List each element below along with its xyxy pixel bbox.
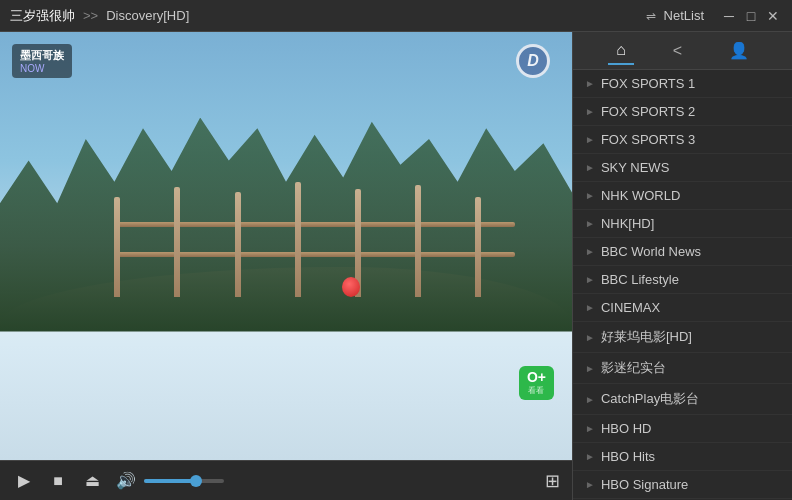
channel-name: HBO Signature [601, 477, 784, 492]
fence-post-4 [295, 182, 301, 297]
app-name: 三岁强很帅 [10, 7, 75, 25]
channel-item[interactable]: ►HBO Signature [573, 471, 792, 499]
close-button[interactable]: ✕ [764, 7, 782, 25]
channel-arrow: ► [585, 190, 595, 201]
volume-fill [144, 479, 196, 483]
channel-item[interactable]: ►FOX SPORTS 1 [573, 70, 792, 98]
channel-name: 好莱坞电影[HD] [601, 328, 784, 346]
sidebar: ⌂ < 👤 ►FOX SPORTS 1►FOX SPORTS 2►FOX SPO… [572, 32, 792, 500]
channel-item[interactable]: ►HBO HD [573, 415, 792, 443]
title-separator: >> [83, 8, 98, 23]
channel-name: BBC World News [601, 244, 784, 259]
channel-arrow: ► [585, 106, 595, 117]
fence-post-7 [475, 197, 481, 297]
channel-item[interactable]: ►HBO Hits [573, 443, 792, 471]
fence-post-1 [114, 197, 120, 297]
netlist-label: NetList [664, 8, 704, 23]
volume-icon[interactable]: 🔊 [114, 469, 138, 493]
fence [114, 177, 514, 297]
channel-name: FOX SPORTS 3 [601, 132, 784, 147]
channel-name: HBO HD [601, 421, 784, 436]
sidebar-tab-user[interactable]: 👤 [721, 37, 757, 64]
channel-item[interactable]: ►NHK[HD] [573, 210, 792, 238]
title-channel: Discovery[HD] [106, 8, 189, 23]
channel-item[interactable]: ►BBC Lifestyle [573, 266, 792, 294]
title-bar: 三岁强很帅 >> Discovery[HD] ⇌ NetList ─ □ ✕ [0, 0, 792, 32]
title-left: 三岁强很帅 >> Discovery[HD] [10, 7, 646, 25]
channel-arrow: ► [585, 246, 595, 257]
eject-button[interactable]: ⏏ [80, 469, 104, 493]
channel-item[interactable]: ►影迷纪实台 [573, 353, 792, 384]
netlist-icon: ⇌ [646, 9, 656, 23]
channel-name: CatchPlay电影台 [601, 390, 784, 408]
main-content: 墨西哥族 NOW D O+ 看看 ▶ ■ ⏏ 🔊 [0, 32, 792, 500]
oplus-text: O+ [527, 370, 546, 384]
volume-control: 🔊 [114, 469, 224, 493]
grid-button[interactable]: ⊞ [545, 470, 560, 492]
volume-slider[interactable] [144, 479, 224, 483]
channel-item[interactable]: ►BBC World News [573, 238, 792, 266]
channel-name: FOX SPORTS 2 [601, 104, 784, 119]
channel-item[interactable]: ►好莱坞电影[HD] [573, 322, 792, 353]
channel-arrow: ► [585, 302, 595, 313]
channel-item[interactable]: ►NHK WORLD [573, 182, 792, 210]
channel-name: NHK WORLD [601, 188, 784, 203]
channel-item[interactable]: ►CINEMAX [573, 294, 792, 322]
channel-arrow: ► [585, 394, 595, 405]
sidebar-tab-home[interactable]: ⌂ [608, 37, 634, 65]
channel-arrow: ► [585, 218, 595, 229]
channel-name: HBO Hits [601, 449, 784, 464]
channel-arrow: ► [585, 363, 595, 374]
channel-item[interactable]: ►FOX SPORTS 2 [573, 98, 792, 126]
channel-badge: 墨西哥族 NOW [12, 44, 72, 78]
channel-arrow: ► [585, 479, 595, 490]
channel-name: 影迷纪实台 [601, 359, 784, 377]
channel-arrow: ► [585, 423, 595, 434]
channel-name: SKY NEWS [601, 160, 784, 175]
video-panel: 墨西哥族 NOW D O+ 看看 ▶ ■ ⏏ 🔊 [0, 32, 572, 500]
volume-thumb [190, 475, 202, 487]
oplus-sub: 看看 [528, 385, 544, 396]
fence-post-2 [174, 187, 180, 297]
discovery-d: D [527, 52, 539, 70]
channel-item[interactable]: ►FOX SPORTS 3 [573, 126, 792, 154]
discovery-circle: D [516, 44, 550, 78]
channel-list: ►FOX SPORTS 1►FOX SPORTS 2►FOX SPORTS 3►… [573, 70, 792, 500]
channel-arrow: ► [585, 134, 595, 145]
channel-name: CINEMAX [601, 300, 784, 315]
sidebar-tabs: ⌂ < 👤 [573, 32, 792, 70]
channel-name: BBC Lifestyle [601, 272, 784, 287]
channel-arrow: ► [585, 332, 595, 343]
channel-item[interactable]: ►SKY NEWS [573, 154, 792, 182]
fence-post-3 [235, 192, 241, 297]
video-area[interactable]: 墨西哥族 NOW D O+ 看看 [0, 32, 572, 460]
control-bar: ▶ ■ ⏏ 🔊 ⊞ [0, 460, 572, 500]
channel-badge-title: 墨西哥族 [20, 48, 64, 63]
channel-name: NHK[HD] [601, 216, 784, 231]
fence-post-6 [415, 185, 421, 297]
channel-arrow: ► [585, 162, 595, 173]
title-right: ⇌ NetList ─ □ ✕ [646, 7, 782, 25]
stop-button[interactable]: ■ [46, 469, 70, 493]
channel-name: FOX SPORTS 1 [601, 76, 784, 91]
channel-item[interactable]: ►CatchPlay电影台 [573, 384, 792, 415]
channel-badge-now: NOW [20, 63, 64, 74]
channel-arrow: ► [585, 451, 595, 462]
discovery-logo: D [516, 44, 552, 80]
sidebar-tab-share[interactable]: < [665, 38, 690, 64]
channel-arrow: ► [585, 78, 595, 89]
maximize-button[interactable]: □ [742, 7, 760, 25]
oplus-badge: O+ 看看 [519, 366, 554, 400]
play-button[interactable]: ▶ [12, 469, 36, 493]
channel-arrow: ► [585, 274, 595, 285]
minimize-button[interactable]: ─ [720, 7, 738, 25]
